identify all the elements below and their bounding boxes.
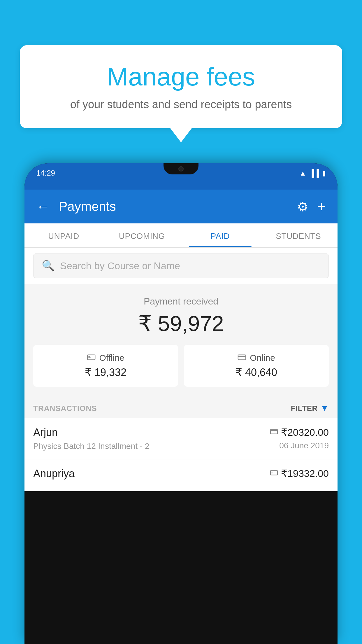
- txn-amount-row: ₹19332.00: [270, 468, 329, 479]
- speech-bubble: Manage fees of your students and send re…: [20, 45, 342, 128]
- tab-unpaid[interactable]: UNPAID: [24, 223, 103, 247]
- bubble-subtitle: of your students and send receipts to pa…: [34, 97, 328, 112]
- payment-summary: Payment received ₹ 59,972 Offline: [24, 284, 338, 396]
- svg-rect-7: [270, 470, 277, 475]
- search-icon: 🔍: [42, 260, 55, 272]
- txn-name: Anupriya: [33, 468, 270, 480]
- camera: [178, 166, 184, 172]
- transaction-row[interactable]: Anupriya ₹19332.00: [24, 459, 338, 491]
- status-icons: ▲ ▐▐ ▮: [299, 169, 326, 177]
- transaction-row[interactable]: Arjun Physics Batch 12 Installment - 2 ₹…: [24, 418, 338, 459]
- page-title: Payments: [59, 199, 288, 214]
- txn-amount: ₹19332.00: [281, 468, 329, 479]
- txn-amount-row: ₹20320.00: [270, 426, 329, 438]
- txn-amount: ₹20320.00: [281, 426, 329, 438]
- back-button[interactable]: ←: [36, 200, 50, 214]
- txn-right-arjun: ₹20320.00 06 June 2019: [270, 426, 329, 450]
- offline-payment-card: Offline ₹ 19,332: [33, 345, 178, 387]
- filter-label: FILTER: [291, 404, 318, 413]
- offline-card-header: Offline: [39, 353, 172, 363]
- online-icon: [238, 353, 246, 363]
- svg-rect-3: [238, 355, 246, 360]
- transactions-list: Arjun Physics Batch 12 Installment - 2 ₹…: [24, 418, 338, 491]
- settings-icon[interactable]: ⚙: [297, 199, 308, 214]
- txn-payment-icon: [270, 428, 278, 437]
- add-button[interactable]: +: [317, 198, 326, 215]
- app-header: ← Payments ⚙ +: [24, 190, 338, 223]
- svg-rect-5: [270, 429, 277, 434]
- online-card-header: Online: [190, 353, 323, 363]
- tab-upcoming[interactable]: UPCOMING: [103, 223, 181, 247]
- offline-label: Offline: [99, 353, 124, 363]
- search-bar[interactable]: 🔍 Search by Course or Name: [33, 253, 329, 278]
- transactions-label: TRANSACTIONS: [33, 404, 97, 413]
- txn-left-arjun: Arjun Physics Batch 12 Installment - 2: [33, 426, 270, 451]
- header-actions: ⚙ +: [297, 198, 326, 215]
- payment-cards: Offline ₹ 19,332 Online: [33, 345, 329, 387]
- txn-detail: Physics Batch 12 Installment - 2: [33, 442, 270, 451]
- txn-name: Arjun: [33, 426, 270, 439]
- offline-amount: ₹ 19,332: [39, 366, 172, 379]
- bubble-title: Manage fees: [34, 63, 328, 91]
- status-bar-area: 14:29 ▲ ▐▐ ▮: [24, 163, 338, 190]
- app-content: 🔍 Search by Course or Name Payment recei…: [24, 248, 338, 491]
- payment-received-label: Payment received: [33, 296, 329, 307]
- signal-icon: ▐▐: [309, 169, 319, 177]
- filter-button[interactable]: FILTER ▼: [291, 404, 329, 413]
- online-label: Online: [250, 353, 275, 363]
- offline-icon: [87, 353, 96, 363]
- online-amount: ₹ 40,640: [190, 366, 323, 379]
- transactions-header: TRANSACTIONS FILTER ▼: [24, 396, 338, 418]
- phone-frame: 14:29 ▲ ▐▐ ▮ ← Payments ⚙ + UNPAID UPCOM…: [24, 163, 338, 644]
- search-container: 🔍 Search by Course or Name: [24, 248, 338, 284]
- tab-students[interactable]: STUDENTS: [259, 223, 338, 247]
- svg-rect-0: [87, 355, 95, 360]
- online-payment-card: Online ₹ 40,640: [184, 345, 329, 387]
- filter-icon: ▼: [321, 404, 329, 413]
- txn-date: 06 June 2019: [270, 441, 329, 450]
- wifi-icon: ▲: [299, 169, 306, 177]
- txn-left-anupriya: Anupriya: [33, 468, 270, 483]
- search-placeholder: Search by Course or Name: [60, 260, 180, 272]
- tab-paid[interactable]: PAID: [181, 223, 259, 247]
- payment-total-amount: ₹ 59,972: [33, 311, 329, 336]
- tabs-bar: UNPAID UPCOMING PAID STUDENTS: [24, 223, 338, 248]
- phone-notch: [164, 163, 198, 174]
- txn-right-anupriya: ₹19332.00: [270, 468, 329, 482]
- status-time: 14:29: [36, 169, 55, 178]
- txn-payment-icon-cash: [270, 469, 278, 478]
- battery-icon: ▮: [322, 169, 326, 177]
